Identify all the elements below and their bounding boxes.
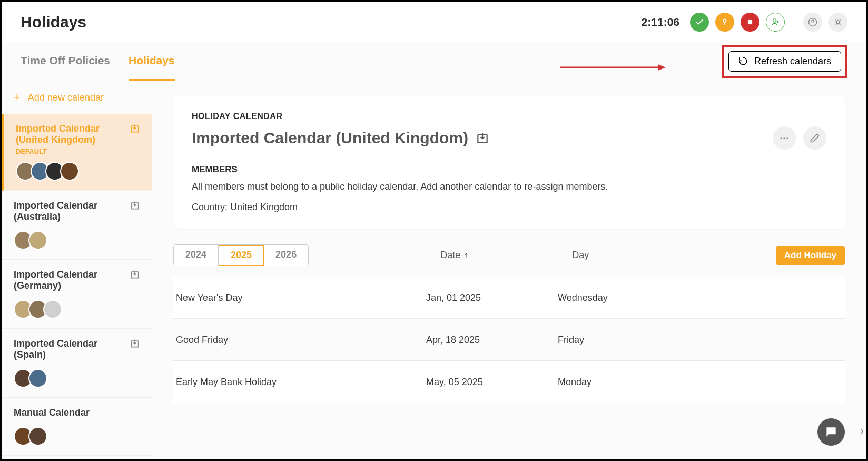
- members-label: MEMBERS: [192, 164, 826, 175]
- avatars: [14, 300, 140, 319]
- import-icon: [476, 131, 489, 145]
- settings-icon[interactable]: [828, 13, 847, 32]
- avatars: [14, 427, 140, 446]
- sidebar-item-manual[interactable]: Manual Calendar: [2, 398, 152, 456]
- refresh-label: Refresh calendars: [754, 56, 831, 67]
- user-add-icon[interactable]: [766, 13, 785, 32]
- sidebar-item-title: Imported Calendar (Spain): [14, 338, 130, 360]
- sidebar-item-spain[interactable]: Imported Calendar (Spain): [2, 329, 152, 398]
- year-2024[interactable]: 2024: [174, 245, 219, 266]
- card-label: HOLIDAY CALENDAR: [192, 112, 826, 121]
- year-2026[interactable]: 2026: [264, 245, 308, 266]
- svg-point-7: [783, 137, 785, 139]
- subnav: Time Off Policies Holidays Refresh calen…: [2, 42, 866, 81]
- table-controls: 2024 2025 2026 Date Day Add Holiday: [173, 244, 845, 266]
- tab-time-off[interactable]: Time Off Policies: [21, 42, 110, 81]
- content: + Add new calendar Imported Calendar (Un…: [2, 81, 866, 459]
- timer-display: 2:11:06: [642, 16, 679, 28]
- col-day-header[interactable]: Day: [572, 250, 589, 261]
- import-icon: [130, 123, 140, 134]
- dots-icon: [779, 133, 790, 143]
- svg-point-8: [786, 137, 788, 139]
- svg-point-0: [723, 19, 726, 22]
- sidebar-item-title: Imported Calendar (Germany): [14, 269, 130, 291]
- avatars: [14, 369, 140, 388]
- tab-holidays[interactable]: Holidays: [129, 42, 175, 81]
- table-row[interactable]: Early May Bank Holiday May, 05 2025 Mond…: [173, 361, 845, 403]
- status-yellow-icon[interactable]: [715, 13, 734, 32]
- import-icon: [130, 269, 140, 280]
- holiday-date: Jan, 01 2025: [426, 292, 558, 303]
- svg-point-2: [773, 19, 776, 22]
- holiday-table: New Year's Day Jan, 01 2025 Wednesday Go…: [173, 277, 845, 403]
- help-icon[interactable]: [803, 13, 822, 32]
- add-calendar-button[interactable]: + Add new calendar: [2, 81, 152, 114]
- sidebar-item-germany[interactable]: Imported Calendar (Germany): [2, 260, 152, 329]
- chat-widget[interactable]: [817, 418, 845, 446]
- year-tabs: 2024 2025 2026: [173, 244, 309, 266]
- header-divider: [794, 13, 794, 32]
- add-holiday-button[interactable]: Add Holiday: [776, 246, 845, 265]
- header: Holidays 2:11:06: [2, 2, 866, 42]
- plus-icon: +: [14, 91, 21, 104]
- holiday-day: Monday: [558, 377, 845, 388]
- sort-up-icon: [463, 252, 470, 259]
- tabs: Time Off Policies Holidays: [21, 42, 175, 81]
- sidebar: + Add new calendar Imported Calendar (Un…: [2, 81, 152, 459]
- chat-icon: [824, 425, 838, 439]
- svg-point-6: [781, 137, 782, 139]
- page-title: Holidays: [21, 13, 86, 31]
- sidebar-item-title: Manual Calendar: [14, 407, 90, 418]
- holiday-day: Wednesday: [558, 292, 845, 303]
- sidebar-item-title: Imported Calendar (Australia): [14, 200, 130, 222]
- status-green-icon[interactable]: [690, 13, 709, 32]
- edit-button[interactable]: [803, 126, 826, 150]
- sidebar-item-uk[interactable]: Imported Calendar (United Kingdom) DEFAU…: [2, 114, 152, 191]
- add-calendar-label: Add new calendar: [28, 92, 104, 103]
- card-actions: [773, 126, 826, 150]
- members-text: All members must belong to a public holi…: [192, 181, 826, 192]
- table-row[interactable]: Good Friday Apr, 18 2025 Friday: [173, 319, 845, 361]
- scroll-right-icon[interactable]: ›: [860, 424, 864, 438]
- import-icon: [130, 338, 140, 349]
- col-date-header[interactable]: Date: [440, 250, 572, 261]
- pencil-icon: [810, 133, 820, 143]
- holiday-date: Apr, 18 2025: [426, 335, 558, 346]
- import-icon: [130, 200, 140, 211]
- table-row[interactable]: New Year's Day Jan, 01 2025 Wednesday: [173, 277, 845, 319]
- sidebar-item-australia[interactable]: Imported Calendar (Australia): [2, 191, 152, 260]
- sidebar-item-title: Imported Calendar (United Kingdom): [16, 123, 130, 145]
- holiday-name: Good Friday: [173, 335, 426, 346]
- refresh-icon: [738, 56, 748, 66]
- header-right: 2:11:06: [642, 13, 847, 32]
- main-content: HOLIDAY CALENDAR Imported Calendar (Unit…: [152, 81, 866, 459]
- holiday-date: May, 05 2025: [426, 377, 558, 388]
- holiday-day: Friday: [558, 335, 845, 346]
- holiday-name: New Year's Day: [173, 292, 426, 303]
- country-text: Country: United Kingdom: [192, 202, 826, 213]
- default-badge: DEFAULT: [16, 148, 130, 155]
- status-stop-icon[interactable]: [741, 13, 760, 32]
- card-title: Imported Calendar (United Kingdom): [192, 129, 468, 147]
- card-title-wrap: Imported Calendar (United Kingdom): [192, 129, 489, 147]
- refresh-calendars-button[interactable]: Refresh calendars: [728, 51, 841, 72]
- avatars: [14, 231, 140, 250]
- refresh-highlight: Refresh calendars: [722, 45, 847, 78]
- holiday-name: Early May Bank Holiday: [173, 377, 426, 388]
- svg-rect-1: [748, 19, 752, 24]
- more-button[interactable]: [773, 126, 796, 150]
- avatars: [16, 162, 140, 181]
- year-2025[interactable]: 2025: [219, 245, 264, 266]
- calendar-card: HOLIDAY CALENDAR Imported Calendar (Unit…: [173, 96, 845, 229]
